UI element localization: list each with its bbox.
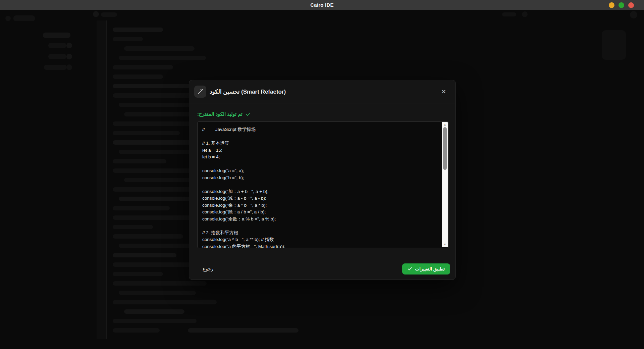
- smart-refactor-dialog: تحسين الكود (Smart Refactor) ✕ تم توليد …: [189, 80, 456, 280]
- skeleton-shape: [113, 319, 197, 323]
- skeleton-shape: [113, 131, 180, 135]
- skeleton-shape: [113, 65, 173, 69]
- skeleton-shape: [113, 272, 163, 276]
- skeleton-shape: [113, 253, 176, 257]
- skeleton-shape: [113, 159, 166, 163]
- skeleton-shape: [502, 12, 516, 16]
- skeleton-shape: [113, 300, 217, 304]
- skeleton-shape: [119, 56, 206, 60]
- editor-gutter-skeleton: [97, 20, 107, 339]
- titlebar: Cairo IDE: [0, 0, 644, 10]
- minimize-light-icon[interactable]: [609, 2, 614, 8]
- window-controls: [609, 0, 634, 10]
- skeleton-shape: [113, 328, 160, 333]
- skeleton-shape: [113, 234, 183, 239]
- skeleton-shape: [101, 12, 117, 17]
- skeleton-shape: [13, 15, 35, 21]
- status-text: تم توليد الكود المقترح:: [197, 111, 243, 117]
- magic-wand-icon: [194, 86, 206, 98]
- generation-status: تم توليد الكود المقترح:: [197, 111, 251, 117]
- skeleton-shape: [93, 11, 99, 17]
- skeleton-shape: [630, 11, 637, 18]
- skeleton-shape: [188, 328, 299, 333]
- skeleton-shape: [522, 11, 528, 17]
- skeleton-shape: [602, 30, 626, 60]
- skeleton-shape: [124, 178, 198, 182]
- code-scrollbar[interactable]: ▲ ▼: [442, 122, 448, 247]
- skeleton-shape: [66, 54, 72, 59]
- skeleton-shape: [113, 206, 170, 210]
- scroll-up-arrow-icon[interactable]: ▲: [442, 122, 448, 127]
- skeleton-shape: [66, 43, 72, 48]
- skeleton-shape: [44, 65, 67, 70]
- skeleton-shape: [119, 291, 196, 295]
- skeleton-shape: [43, 33, 70, 38]
- success-check-icon: [246, 112, 251, 117]
- skeleton-shape: [48, 43, 66, 48]
- generated-code-area[interactable]: // === JavaScript 数学操场 === // 1. 基本运算 le…: [197, 121, 449, 248]
- dialog-footer: رجوع تطبيق التغييرات: [189, 258, 455, 280]
- skeleton-shape: [113, 168, 193, 173]
- apply-check-icon: [408, 266, 412, 271]
- close-icon[interactable]: ✕: [439, 88, 448, 96]
- close-light-icon[interactable]: [628, 2, 634, 8]
- maximize-light-icon[interactable]: [619, 2, 624, 8]
- skeleton-shape: [124, 46, 195, 51]
- skeleton-shape: [66, 64, 72, 70]
- generated-code-text: // === JavaScript 数学操场 === // 1. 基本运算 le…: [202, 126, 440, 248]
- skeleton-shape: [113, 225, 153, 229]
- dialog-header: تحسين الكود (Smart Refactor) ✕: [189, 80, 455, 103]
- dialog-body: تم توليد الكود المقترح: // === JavaScrip…: [189, 103, 455, 258]
- back-button[interactable]: رجوع: [199, 264, 217, 273]
- skeleton-shape: [113, 74, 163, 79]
- skeleton-shape: [124, 309, 184, 314]
- skeleton-shape: [5, 16, 11, 21]
- apply-button-label: تطبيق التغييرات: [415, 266, 445, 271]
- scroll-down-arrow-icon[interactable]: ▼: [442, 242, 448, 247]
- skeleton-shape: [113, 281, 207, 286]
- skeleton-shape: [48, 54, 66, 59]
- dialog-title: تحسين الكود (Smart Refactor): [210, 88, 286, 95]
- scrollbar-thumb[interactable]: [443, 127, 447, 170]
- window-title: Cairo IDE: [310, 2, 333, 8]
- apply-changes-button[interactable]: تطبيق التغييرات: [402, 263, 450, 275]
- skeleton-shape: [113, 28, 163, 32]
- skeleton-shape: [113, 37, 143, 41]
